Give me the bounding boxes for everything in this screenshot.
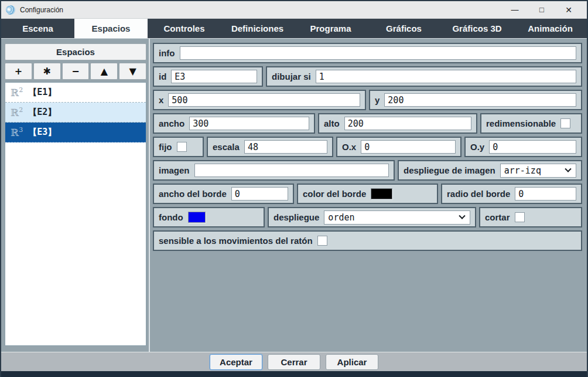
radio-borde-group: radio del borde <box>441 184 582 204</box>
fijo-label: fijo <box>159 142 172 152</box>
config-window: Configuración — □ ✕ Escena Espacios Cont… <box>0 0 588 377</box>
ox-label: O.x <box>342 142 356 152</box>
cortar-checkbox[interactable] <box>515 212 525 222</box>
tab-escena[interactable]: Escena <box>1 19 74 38</box>
despliegue-select[interactable]: orden <box>324 210 470 225</box>
maximize-icon[interactable]: □ <box>528 2 555 18</box>
y-group: y <box>369 90 582 110</box>
x-label: x <box>159 95 163 105</box>
spaces-header: Espacios <box>5 43 146 60</box>
id-input[interactable] <box>171 70 257 83</box>
space-type-icon: ℝ3 <box>11 126 23 138</box>
escala-label: escala <box>213 142 240 152</box>
window-title: Configuración <box>20 6 63 14</box>
tab-controles[interactable]: Controles <box>148 19 221 38</box>
color-borde-swatch[interactable] <box>371 188 392 199</box>
move-down-button[interactable]: ▼ <box>119 63 146 80</box>
space-item-label: 【E1】 <box>28 87 56 98</box>
info-input[interactable] <box>180 46 577 60</box>
chevron-down-icon <box>459 212 465 219</box>
ancho-borde-input[interactable] <box>231 187 288 201</box>
dibujar-si-input[interactable] <box>316 70 576 83</box>
oy-label: O.y <box>470 142 484 152</box>
ancho-label: ancho <box>159 118 184 128</box>
space-type-icon: ℝ2 <box>11 106 23 118</box>
content-area: Espacios + ✱ − ▲ ▼ ℝ2 【E1】 ℝ2 【E2】 ℝ3 <box>1 38 587 352</box>
alto-input[interactable] <box>344 117 471 130</box>
escala-input[interactable] <box>244 140 327 154</box>
cortar-label: cortar <box>485 212 510 222</box>
imagen-label: imagen <box>159 165 190 175</box>
redimensionable-group: redimensionable <box>480 113 582 134</box>
spaces-toolbar: + ✱ − ▲ ▼ <box>5 63 146 80</box>
ancho-borde-label: ancho del borde <box>159 189 227 199</box>
sensible-checkbox[interactable] <box>317 236 327 246</box>
space-type-icon: ℝ2 <box>11 86 23 99</box>
fijo-group: fijo <box>153 137 204 157</box>
window-bottom-edge <box>1 371 587 377</box>
redimensionable-checkbox[interactable] <box>560 118 570 128</box>
y-label: y <box>375 95 380 105</box>
dibujar-si-group: dibujar si <box>266 66 582 87</box>
tab-animacion[interactable]: Animación <box>514 19 587 38</box>
info-label: info <box>159 48 175 58</box>
ox-input[interactable] <box>361 140 456 154</box>
ancho-input[interactable] <box>189 117 309 130</box>
sensible-label: sensible a los movimientos del ratón <box>159 236 313 246</box>
spaces-sidebar: Espacios + ✱ − ▲ ▼ ℝ2 【E1】 ℝ2 【E2】 ℝ3 <box>1 39 149 352</box>
footer-bar: Aceptar Cerrar Aplicar <box>1 352 587 371</box>
radio-borde-input[interactable] <box>515 187 576 201</box>
despliegue-imagen-select[interactable]: arr-izq <box>500 164 576 178</box>
imagen-group: imagen <box>153 160 395 181</box>
aplicar-button[interactable]: Aplicar <box>326 354 378 370</box>
y-input[interactable] <box>384 93 576 107</box>
despliegue-value: orden <box>328 212 354 223</box>
list-item-e2[interactable]: ℝ2 【E2】 <box>5 103 146 123</box>
move-up-button[interactable]: ▲ <box>90 63 118 80</box>
radio-borde-label: radio del borde <box>447 189 510 199</box>
alto-label: alto <box>324 118 340 128</box>
x-input[interactable] <box>168 93 360 107</box>
fondo-swatch[interactable] <box>188 212 206 223</box>
close-icon[interactable]: ✕ <box>555 2 582 18</box>
chevron-down-icon <box>565 165 571 172</box>
window-controls: — □ ✕ <box>501 2 582 18</box>
cerrar-button[interactable]: Cerrar <box>268 354 320 370</box>
tab-programa[interactable]: Programa <box>294 19 367 38</box>
add-space-button[interactable]: + <box>5 63 32 80</box>
tab-espacios[interactable]: Espacios <box>74 19 148 38</box>
duplicate-space-button[interactable]: ✱ <box>33 63 61 80</box>
minimize-icon[interactable]: — <box>501 2 528 18</box>
cortar-group: cortar <box>479 207 582 227</box>
oy-input[interactable] <box>489 140 576 154</box>
id-label: id <box>159 72 166 81</box>
aceptar-button[interactable]: Aceptar <box>210 354 262 370</box>
despliegue-imagen-label: despliegue de imagen <box>404 165 495 175</box>
fondo-label: fondo <box>159 212 183 222</box>
ancho-borde-group: ancho del borde <box>153 184 294 204</box>
space-item-label: 【E2】 <box>28 107 56 118</box>
id-group: id <box>153 66 263 87</box>
despliegue-label: despliegue <box>274 212 319 222</box>
remove-space-button[interactable]: − <box>62 63 90 80</box>
ancho-group: ancho <box>153 113 315 134</box>
app-icon <box>6 5 15 15</box>
space-properties-panel: info id dibujar si x <box>150 39 587 352</box>
list-item-e1[interactable]: ℝ2 【E1】 <box>5 83 146 103</box>
fondo-group: fondo <box>153 207 265 227</box>
title-bar: Configuración — □ ✕ <box>1 1 587 19</box>
redimensionable-label: redimensionable <box>486 118 556 128</box>
tab-bar: Escena Espacios Controles Definiciones P… <box>1 19 587 38</box>
alto-group: alto <box>318 113 477 134</box>
list-item-e3[interactable]: ℝ3 【E3】 <box>5 123 146 142</box>
fijo-checkbox[interactable] <box>177 142 187 152</box>
imagen-input[interactable] <box>194 164 389 177</box>
tab-graficos[interactable]: Gráficos <box>367 19 440 38</box>
tab-definiciones[interactable]: Definiciones <box>221 19 294 38</box>
x-group: x <box>153 90 366 110</box>
color-borde-group: color del borde <box>297 184 438 204</box>
ox-group: O.x <box>336 137 461 157</box>
tab-graficos-3d[interactable]: Gráficos 3D <box>440 19 514 38</box>
escala-group: escala <box>207 137 333 157</box>
sensible-group: sensible a los movimientos del ratón <box>153 230 582 251</box>
